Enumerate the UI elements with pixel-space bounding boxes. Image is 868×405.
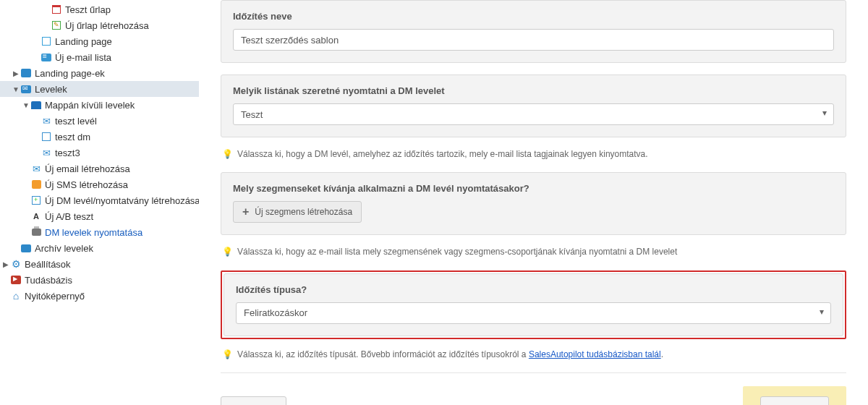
page-icon [41, 35, 52, 47]
panel-list-select: Melyik listának szeretné nyomtatni a DM … [221, 74, 846, 137]
tree-label: Új email létrehozása [45, 163, 130, 174]
tree-label: Tudásbázis [25, 275, 72, 286]
envelope-icon: ✉ [41, 147, 52, 158]
tree-item-uj-sms[interactable]: Új SMS létrehozása [0, 176, 199, 192]
new-email-icon: ✉ [30, 163, 42, 174]
tree-item-uj-email[interactable]: ✉ Új email létrehozása [0, 161, 199, 176]
tree-label: teszt dm [55, 132, 90, 142]
tree-item-landing-page[interactable]: Landing page [0, 33, 199, 49]
tree-label: Beállítások [25, 259, 71, 270]
print-icon [30, 226, 42, 238]
tree-item-teszt3[interactable]: ✉ teszt3 [0, 145, 199, 161]
button-back[interactable]: ← Vissza [221, 396, 286, 405]
select-list[interactable] [233, 103, 834, 125]
tree-label: teszt levél [55, 116, 97, 127]
button-label: Új szegmens létrehozása [255, 207, 352, 217]
tree-label: Landing page-ek [35, 68, 105, 79]
folder-icon [30, 99, 42, 111]
new-sms-icon [30, 179, 42, 190]
hint-text: Válassza ki, hogy a DM levél, amelyhez a… [237, 149, 648, 159]
tree-label: DM levelek nyomtatása [45, 227, 142, 238]
input-schedule-name[interactable] [233, 29, 834, 51]
plus-icon: + [242, 205, 249, 218]
tree-item-mappan-kivuli[interactable]: ▼ Mappán kívüli levelek [0, 97, 199, 113]
tree-label: Új SMS létrehozása [45, 179, 128, 190]
home-icon: ⌂ [10, 290, 22, 302]
panel-schedule-type: Időzítés típusa? [224, 273, 843, 336]
hint-text-pre: Válassza ki, az időzítés típusát. Bővebb… [237, 349, 529, 359]
label-schedule-type: Időzítés típusa? [236, 284, 831, 295]
select-schedule-type[interactable] [236, 302, 831, 324]
tree-label: Nyitóképernyő [25, 291, 85, 302]
tree-item-uj-dm[interactable]: Új DM levél/nyomtatvány létrehozása [0, 192, 199, 208]
tree-item-teszt-urlap[interactable]: Teszt űrlap [0, 1, 199, 17]
tree-label: Új űrlap létrehozása [65, 20, 149, 31]
tree-item-beallitasok[interactable]: ▶ ⚙ Beállítások [0, 256, 199, 272]
tree-label: Levelek [35, 84, 67, 95]
envelope-icon: ✉ [41, 115, 52, 127]
tree-item-archiv[interactable]: Archív levelek [0, 240, 199, 256]
new-form-icon [51, 20, 62, 31]
panel-schedule-name: Időzítés neve [221, 0, 846, 63]
bulb-icon: 💡 [222, 247, 233, 257]
tree-item-teszt-level[interactable]: ✉ teszt levél [0, 113, 199, 129]
label-segments: Mely szegmenseket kívánja alkalmazni a D… [233, 183, 834, 194]
tree-label: Landing page [55, 36, 112, 47]
tree-label: Archív levelek [35, 243, 93, 254]
wizard-footer: ← Vissza Tovább → [221, 372, 846, 405]
gear-icon: ⚙ [10, 258, 22, 270]
tree-item-teszt-dm[interactable]: teszt dm [0, 129, 199, 145]
collapse-icon[interactable]: ▼ [22, 101, 30, 109]
sidebar: Teszt űrlap Új űrlap létrehozása Landing… [0, 0, 199, 405]
tree-item-uj-ab[interactable]: A Új A/B teszt [0, 208, 199, 224]
dm-icon [41, 131, 52, 142]
expand-icon[interactable]: ▶ [12, 69, 20, 77]
tree-item-uj-urlap[interactable]: Új űrlap létrehozása [0, 17, 199, 33]
label-list-select: Melyik listának szeretné nyomtatni a DM … [233, 85, 834, 96]
form-icon [51, 4, 62, 15]
tree-item-nyitokepernyo[interactable]: ⌂ Nyitóképernyő [0, 288, 199, 304]
kb-icon [10, 274, 22, 286]
main-content: Időzítés neve Melyik listának szeretné n… [199, 0, 868, 405]
panel-segments: Mely szegmenseket kívánja alkalmazni a D… [221, 172, 846, 235]
tree-label: Új DM levél/nyomtatvány létrehozása [45, 195, 200, 206]
bulb-icon: 💡 [222, 149, 233, 159]
tree-item-dm-nyomtatas[interactable]: DM levelek nyomtatása [0, 224, 199, 240]
tree-item-tudasbazis[interactable]: Tudásbázis [0, 272, 199, 288]
tree-label: Új A/B teszt [45, 211, 93, 222]
hint-segments: 💡 Válassza ki, hogy az e-mail lista mely… [222, 247, 846, 257]
landing-icon [20, 67, 32, 79]
list-icon [41, 51, 52, 63]
highlight-next: Tovább → [743, 386, 846, 405]
collapse-icon[interactable]: ▼ [12, 85, 20, 93]
hint-text: Válassza ki, hogy az e-mail lista mely s… [237, 247, 677, 257]
archive-icon [20, 242, 32, 254]
bulb-icon: 💡 [222, 349, 233, 359]
expand-icon[interactable]: ▶ [1, 260, 10, 268]
highlight-schedule-type: Időzítés típusa? [221, 270, 846, 339]
tree-label: Mappán kívüli levelek [45, 100, 135, 111]
hint-text: Válassza ki, az időzítés típusát. Bővebb… [237, 349, 663, 359]
hint-text-post: . [661, 349, 663, 359]
hint-schedule-type: 💡 Válassza ki, az időzítés típusát. Bőve… [222, 349, 846, 359]
button-new-segment[interactable]: + Új szegmens létrehozása [233, 201, 362, 223]
kb-link[interactable]: SalesAutopilot tudásbázisban talál [529, 349, 661, 359]
tree-item-levelek[interactable]: ▼ Levelek [0, 81, 199, 97]
label-schedule-name: Időzítés neve [233, 11, 834, 22]
tree-item-landing-pages[interactable]: ▶ Landing page-ek [0, 65, 199, 81]
new-dm-icon [30, 195, 42, 206]
mailbox-icon [20, 83, 32, 95]
tree-label: teszt3 [55, 148, 80, 158]
hint-list: 💡 Válassza ki, hogy a DM levél, amelyhez… [222, 149, 846, 159]
tree-label: Új e-mail lista [55, 52, 111, 63]
button-next[interactable]: Tovább → [760, 396, 829, 405]
tree-item-uj-email-lista[interactable]: Új e-mail lista [0, 49, 199, 65]
tree-label: Teszt űrlap [65, 4, 111, 15]
ab-test-icon: A [30, 210, 42, 222]
